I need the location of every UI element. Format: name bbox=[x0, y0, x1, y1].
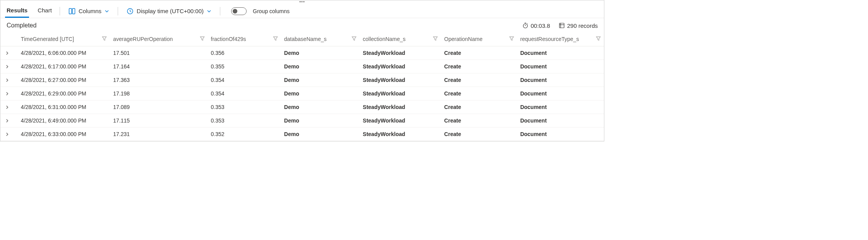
column-header-collectionName_s[interactable]: collectionName_s bbox=[360, 33, 441, 46]
cell-collectionName_s: SteadyWorkload bbox=[360, 100, 441, 114]
chevron-down-icon bbox=[207, 9, 211, 14]
cell-fractionOf429s: 0.352 bbox=[208, 128, 281, 141]
svg-rect-0 bbox=[69, 9, 72, 14]
column-label: averageRUPerOperation bbox=[113, 36, 173, 42]
tab-results[interactable]: Results bbox=[5, 5, 29, 18]
cell-requestResourceType_s: Document bbox=[517, 100, 604, 114]
column-label: TimeGenerated [UTC] bbox=[21, 36, 74, 42]
records-value: 290 records bbox=[567, 22, 598, 29]
table-row[interactable]: 4/28/2021, 6:49:00.000 PM17.1150.353Demo… bbox=[0, 114, 604, 128]
group-columns-toggle[interactable] bbox=[231, 7, 247, 15]
cell-collectionName_s: SteadyWorkload bbox=[360, 73, 441, 87]
cell-databaseName_s: Demo bbox=[281, 128, 360, 141]
table-row[interactable]: 4/28/2021, 6:31:00.000 PM17.0890.353Demo… bbox=[0, 100, 604, 114]
expand-row-button[interactable] bbox=[3, 117, 10, 124]
cell-fractionOf429s: 0.356 bbox=[208, 46, 281, 60]
filter-icon[interactable] bbox=[596, 36, 601, 42]
cell-averageRUPerOperation: 17.089 bbox=[110, 100, 208, 114]
cell-databaseName_s: Demo bbox=[281, 73, 360, 87]
table-row[interactable]: 4/28/2021, 6:17:00.000 PM17.1640.355Demo… bbox=[0, 60, 604, 73]
cell-requestResourceType_s: Document bbox=[517, 114, 604, 128]
cell-OperationName: Create bbox=[441, 100, 517, 114]
expand-row-button[interactable] bbox=[3, 63, 10, 70]
cell-OperationName: Create bbox=[441, 73, 517, 87]
column-label: databaseName_s bbox=[284, 36, 327, 42]
cell-averageRUPerOperation: 17.231 bbox=[110, 128, 208, 141]
cell-averageRUPerOperation: 17.115 bbox=[110, 114, 208, 128]
group-columns-label: Group columns bbox=[253, 8, 290, 14]
svg-rect-1 bbox=[72, 9, 75, 14]
filter-icon[interactable] bbox=[102, 36, 107, 42]
cell-fractionOf429s: 0.354 bbox=[208, 73, 281, 87]
column-header-databaseName_s[interactable]: databaseName_s bbox=[281, 33, 360, 46]
table-row[interactable]: 4/28/2021, 6:27:00.000 PM17.3630.354Demo… bbox=[0, 73, 604, 87]
cell-requestResourceType_s: Document bbox=[517, 128, 604, 141]
cell-TimeGenerated: 4/28/2021, 6:29:00.000 PM bbox=[18, 87, 110, 100]
columns-label: Columns bbox=[79, 8, 101, 14]
stopwatch-icon bbox=[522, 22, 528, 29]
cell-averageRUPerOperation: 17.501 bbox=[110, 46, 208, 60]
columns-icon bbox=[69, 8, 75, 15]
cell-OperationName: Create bbox=[441, 114, 517, 128]
column-label: collectionName_s bbox=[363, 36, 406, 42]
cell-fractionOf429s: 0.353 bbox=[208, 100, 281, 114]
cell-fractionOf429s: 0.355 bbox=[208, 60, 281, 73]
columns-button[interactable]: Columns bbox=[66, 6, 112, 16]
table-row[interactable]: 4/28/2021, 6:33:00.000 PM17.2310.352Demo… bbox=[0, 128, 604, 141]
cell-TimeGenerated: 4/28/2021, 6:27:00.000 PM bbox=[18, 73, 110, 87]
filter-icon[interactable] bbox=[273, 36, 278, 42]
cell-OperationName: Create bbox=[441, 87, 517, 100]
svg-rect-4 bbox=[559, 23, 564, 28]
table-header: TimeGenerated [UTC]averageRUPerOperation… bbox=[0, 33, 604, 46]
column-header-TimeGenerated[interactable]: TimeGenerated [UTC] bbox=[18, 33, 110, 46]
column-header-OperationName[interactable]: OperationName bbox=[441, 33, 517, 46]
expand-row-button[interactable] bbox=[3, 77, 10, 83]
cell-collectionName_s: SteadyWorkload bbox=[360, 114, 441, 128]
display-time-button[interactable]: Display time (UTC+00:00) bbox=[124, 6, 214, 16]
cell-requestResourceType_s: Document bbox=[517, 46, 604, 60]
cell-collectionName_s: SteadyWorkload bbox=[360, 60, 441, 73]
clock-icon bbox=[127, 8, 134, 15]
duration-value: 00:03.8 bbox=[531, 22, 550, 29]
cell-requestResourceType_s: Document bbox=[517, 60, 604, 73]
filter-icon[interactable] bbox=[352, 36, 357, 42]
column-label: fractionOf429s bbox=[211, 36, 246, 42]
status-duration: 00:03.8 bbox=[522, 22, 550, 29]
divider bbox=[60, 7, 60, 15]
cell-fractionOf429s: 0.353 bbox=[208, 114, 281, 128]
column-header-requestResourceType_s[interactable]: requestResourceType_s bbox=[517, 33, 604, 46]
cell-TimeGenerated: 4/28/2021, 6:31:00.000 PM bbox=[18, 100, 110, 114]
filter-icon[interactable] bbox=[509, 36, 514, 42]
filter-icon[interactable] bbox=[433, 36, 438, 42]
status-label: Completed bbox=[7, 22, 36, 29]
expand-row-button[interactable] bbox=[3, 49, 10, 56]
cell-OperationName: Create bbox=[441, 46, 517, 60]
cell-TimeGenerated: 4/28/2021, 6:49:00.000 PM bbox=[18, 114, 110, 128]
table-row[interactable]: 4/28/2021, 6:29:00.000 PM17.1980.354Demo… bbox=[0, 87, 604, 100]
results-toolbar: Results Chart Columns Display time (UTC+… bbox=[0, 3, 604, 18]
cell-databaseName_s: Demo bbox=[281, 87, 360, 100]
expand-row-button[interactable] bbox=[3, 104, 10, 111]
column-header-fractionOf429s[interactable]: fractionOf429s bbox=[208, 33, 281, 46]
cell-collectionName_s: SteadyWorkload bbox=[360, 128, 441, 141]
tabs: Results Chart bbox=[5, 5, 53, 18]
records-icon bbox=[559, 22, 565, 29]
chevron-down-icon bbox=[105, 9, 109, 14]
cell-databaseName_s: Demo bbox=[281, 46, 360, 60]
column-label: requestResourceType_s bbox=[520, 36, 579, 42]
cell-databaseName_s: Demo bbox=[281, 100, 360, 114]
cell-averageRUPerOperation: 17.363 bbox=[110, 73, 208, 87]
column-header-averageRUPerOperation[interactable]: averageRUPerOperation bbox=[110, 33, 208, 46]
filter-icon[interactable] bbox=[200, 36, 205, 42]
cell-TimeGenerated: 4/28/2021, 6:17:00.000 PM bbox=[18, 60, 110, 73]
status-bar: Completed 00:03.8 290 records bbox=[0, 18, 604, 33]
cell-averageRUPerOperation: 17.164 bbox=[110, 60, 208, 73]
toggle-knob bbox=[233, 9, 237, 14]
tab-chart[interactable]: Chart bbox=[36, 5, 53, 18]
expand-row-button[interactable] bbox=[3, 131, 10, 138]
status-records: 290 records bbox=[559, 22, 598, 29]
table-row[interactable]: 4/28/2021, 6:06:00.000 PM17.5010.356Demo… bbox=[0, 46, 604, 60]
cell-TimeGenerated: 4/28/2021, 6:33:00.000 PM bbox=[18, 128, 110, 141]
expand-row-button[interactable] bbox=[3, 90, 10, 97]
cell-requestResourceType_s: Document bbox=[517, 73, 604, 87]
